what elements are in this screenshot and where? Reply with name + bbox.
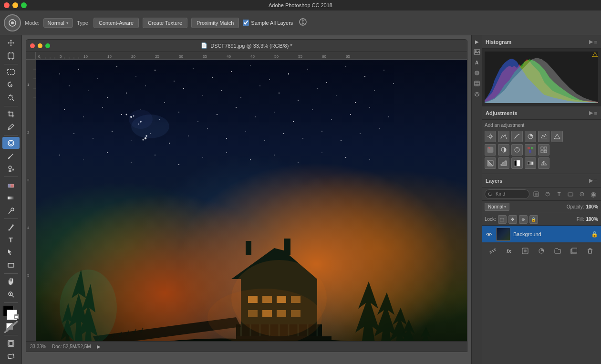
layers-search-placeholder: Kind xyxy=(496,191,505,197)
lock-artboard-button[interactable]: ⊕ xyxy=(519,215,528,224)
tool-pen[interactable] xyxy=(2,221,20,233)
adj-bw-btn[interactable] xyxy=(498,144,509,156)
lock-pixels-button[interactable]: ⬚ xyxy=(498,215,507,224)
panel-icon-layers-small[interactable] xyxy=(473,90,481,98)
tool-eyedropper[interactable] xyxy=(2,121,20,133)
window-minimize-button[interactable] xyxy=(12,2,18,8)
layers-filter-toggle-icon[interactable]: ◉ xyxy=(589,189,598,199)
adj-brightness-btn[interactable] xyxy=(485,131,496,142)
proximity-match-button[interactable]: Proximity Match xyxy=(191,18,239,28)
tool-artboard[interactable] xyxy=(2,50,20,62)
histogram-menu-icon[interactable]: ≡ xyxy=(594,39,597,45)
tool-gradient[interactable] xyxy=(2,192,20,204)
layer-group-button[interactable] xyxy=(552,246,563,256)
tool-path-select[interactable] xyxy=(2,247,20,259)
canvas-container[interactable]: 0 5 10 15 20 25 30 35 40 45 50 55 xyxy=(26,52,467,352)
panel-icon-type[interactable]: A xyxy=(473,58,481,67)
layers-filter-shape-icon[interactable] xyxy=(566,189,575,199)
svg-point-120 xyxy=(126,114,127,115)
adj-levels-btn[interactable] xyxy=(498,131,509,142)
layers-filter-mask-icon[interactable] xyxy=(543,189,552,199)
tool-select-rect[interactable] xyxy=(2,66,20,78)
histogram-expand-icon[interactable]: ▶ xyxy=(589,39,593,45)
tool-brush[interactable] xyxy=(2,150,20,162)
panel-icon-play[interactable]: ▶ xyxy=(473,37,481,46)
photo-canvas[interactable] xyxy=(36,60,467,352)
adj-invert-btn[interactable] xyxy=(485,157,496,169)
window-maximize-button[interactable] xyxy=(21,2,27,8)
tool-clone-stamp[interactable] xyxy=(2,163,20,175)
window-controls[interactable] xyxy=(4,2,27,8)
adj-curves-btn[interactable] xyxy=(511,131,523,142)
tool-rectangle[interactable] xyxy=(2,260,20,271)
layer-add-mask-button[interactable] xyxy=(520,246,530,256)
swap-colors-icon[interactable]: ⇄ xyxy=(14,314,19,319)
histogram-warning-icon[interactable]: ⚠ xyxy=(592,51,598,58)
sample-all-layers-label[interactable]: Sample All Layers xyxy=(243,20,293,26)
tool-crop[interactable] xyxy=(2,108,20,120)
layers-menu-icon[interactable]: ≡ xyxy=(594,178,597,184)
tool-eraser[interactable] xyxy=(2,179,20,191)
layers-filter-pixel-icon[interactable] xyxy=(531,189,541,199)
tool-quick-select[interactable] xyxy=(2,92,20,104)
color-swatches[interactable]: ⇄ xyxy=(3,306,19,320)
window-close-button[interactable] xyxy=(4,2,10,8)
svg-point-211 xyxy=(516,149,518,151)
quick-mask-toggle[interactable] xyxy=(4,321,18,333)
tool-type[interactable]: T xyxy=(2,234,20,246)
adj-gradient-map-btn[interactable] xyxy=(525,157,536,169)
tool-dodge[interactable] xyxy=(2,205,20,217)
adjustments-expand-icon[interactable]: ▶ xyxy=(589,110,593,116)
tool-rotate-view[interactable] xyxy=(2,350,20,362)
content-aware-button[interactable]: Content-Aware xyxy=(93,18,139,28)
layer-fx-button[interactable]: fx xyxy=(504,246,514,256)
adj-posterize-btn[interactable] xyxy=(498,157,509,169)
panel-icon-photo[interactable] xyxy=(473,48,481,56)
doc-min-button[interactable] xyxy=(38,43,42,48)
layer-add-adjustment-button[interactable] xyxy=(536,246,547,256)
create-texture-button[interactable]: Create Texture xyxy=(143,18,187,28)
adj-color-lookup-btn[interactable] xyxy=(538,144,549,156)
layer-link-button[interactable] xyxy=(487,246,498,256)
adjustments-menu-icon[interactable]: ≡ xyxy=(594,110,597,116)
layers-expand-icon[interactable]: ▶ xyxy=(589,177,593,184)
tool-screen-mode[interactable] xyxy=(2,337,20,349)
adj-exposure-btn[interactable] xyxy=(525,131,536,142)
doc-max-button[interactable] xyxy=(45,43,50,48)
blend-mode-dropdown[interactable]: Normal xyxy=(485,203,509,211)
layer-delete-button[interactable] xyxy=(585,246,595,256)
layers-kind-search: Kind xyxy=(485,189,529,199)
tool-zoom[interactable] xyxy=(2,289,20,301)
adj-channel-mixer-btn[interactable] xyxy=(525,144,536,156)
histogram-panel-header[interactable]: Histogram ▶ ≡ xyxy=(482,35,601,49)
adj-vibrance-btn[interactable] xyxy=(538,131,549,142)
svg-point-133 xyxy=(302,138,303,138)
adjustments-panel-header[interactable]: Adjustments ▶ ≡ xyxy=(482,106,601,120)
svg-point-115 xyxy=(388,116,389,117)
lock-all-button[interactable]: 🔒 xyxy=(529,215,538,224)
settings-icon-button[interactable] xyxy=(297,16,309,30)
sample-all-layers-checkbox[interactable] xyxy=(243,20,249,26)
adj-selective-color-btn[interactable] xyxy=(538,157,549,169)
lock-position-button[interactable]: ✥ xyxy=(508,215,517,224)
panel-icon-tool[interactable] xyxy=(473,69,481,77)
adj-threshold-btn[interactable] xyxy=(511,157,523,169)
tool-healing-brush[interactable] xyxy=(2,137,20,149)
adj-husat-btn[interactable] xyxy=(485,144,496,156)
panel-icon-palette[interactable] xyxy=(473,79,481,88)
adj-triangle-btn[interactable] xyxy=(551,131,563,142)
layer-visibility-toggle[interactable] xyxy=(485,230,493,239)
tool-move[interactable] xyxy=(2,37,20,49)
layer-new-button[interactable] xyxy=(569,246,579,256)
mode-dropdown[interactable]: Normal xyxy=(43,18,73,28)
layers-panel-header[interactable]: Layers ▶ ≡ xyxy=(482,174,601,187)
layers-filter-smart-icon[interactable] xyxy=(577,189,587,199)
tool-lasso[interactable] xyxy=(2,79,20,91)
doc-window-controls[interactable] xyxy=(30,43,50,48)
svg-point-77 xyxy=(345,66,346,67)
doc-close-button[interactable] xyxy=(30,43,35,48)
layer-item-background[interactable]: Background 🔒 xyxy=(482,226,601,243)
tool-hand[interactable] xyxy=(2,276,20,288)
adj-photo-filter-btn[interactable] xyxy=(511,144,523,156)
layers-filter-type-icon[interactable]: T xyxy=(554,189,564,199)
